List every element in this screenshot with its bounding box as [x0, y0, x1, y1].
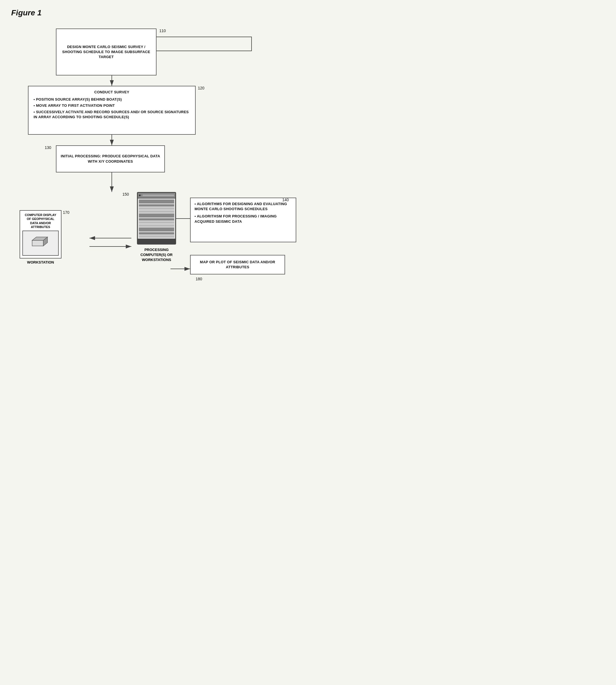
box-140-bullet-2: • ALGORITHSM FOR PROCESSING / IMAGING AC…	[195, 214, 292, 224]
figure-title: Figure 1	[11, 8, 297, 17]
ref-130: 130	[45, 145, 51, 150]
workstation-label: WORKSTATION	[27, 260, 54, 264]
box-120-bullet-3: • SUCCESSIVELY ACTIVATE AND RECORD SOURC…	[34, 110, 190, 119]
box-140-bullet-1: • ALGORITHMS FOR DESIGNING AND EVALUATIN…	[195, 201, 292, 212]
box-130: INITIAL PROCESSING: PRODUCE GEOPHYSICAL …	[56, 145, 165, 173]
ref-120: 120	[198, 86, 204, 90]
box-150: PROCESSING COMPUTER(S) OR WORKSTATIONS	[131, 192, 182, 263]
server-icon	[137, 192, 176, 245]
monitor-display: COMPUTER DISPLAY OF GEOPHYSICAL DATA AND…	[20, 210, 62, 259]
box-140: • ALGORITHMS FOR DESIGNING AND EVALUATIN…	[190, 198, 296, 242]
ref-180: 180	[196, 277, 202, 281]
monitor-title: COMPUTER DISPLAY OF GEOPHYSICAL DATA AND…	[22, 213, 59, 229]
box-120: CONDUCT SURVEY • POSITION SOURCE ARRAY(S…	[28, 86, 196, 135]
box-170: COMPUTER DISPLAY OF GEOPHYSICAL DATA AND…	[20, 210, 62, 264]
box-180: MAP OR PLOT OF SEISMIC DATA AND/OR ATTRI…	[190, 255, 285, 274]
box-150-label: PROCESSING COMPUTER(S) OR WORKSTATIONS	[131, 247, 182, 263]
monitor-screen	[22, 230, 59, 256]
ref-170: 170	[63, 210, 69, 215]
ref-110: 110	[159, 28, 166, 33]
ref-150: 150	[123, 192, 129, 197]
3d-box-icon	[29, 235, 52, 251]
box-120-bullet-1: • POSITION SOURCE ARRAY(S) BEHIND BOAT(S…	[34, 97, 190, 102]
svg-marker-9	[32, 240, 43, 246]
ref-140: 140	[282, 198, 289, 202]
box-120-title: CONDUCT SURVEY	[34, 90, 190, 95]
box-110: DESIGN MONTE CARLO SEISMIC SURVEY / SHOO…	[56, 28, 156, 75]
box-120-bullet-2: • MOVE ARRAY TO FIRST ACTIVATION POINT	[34, 103, 190, 108]
